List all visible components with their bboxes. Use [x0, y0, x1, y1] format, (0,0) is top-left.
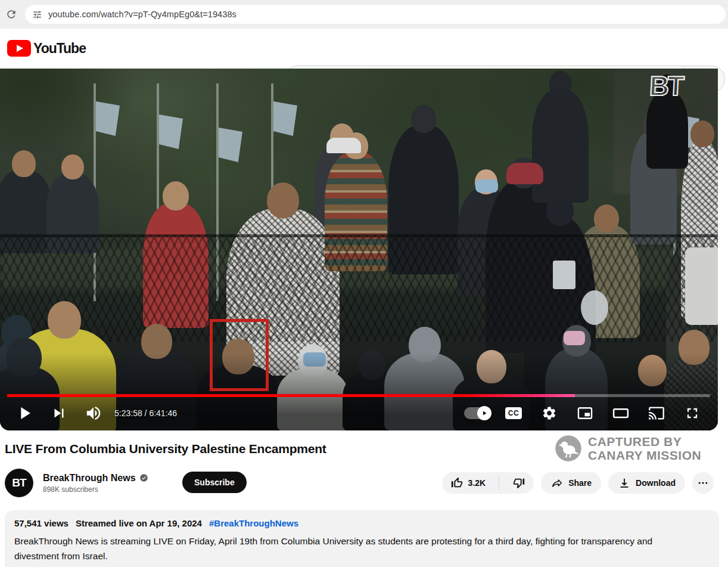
- verified-icon: [139, 473, 148, 482]
- pill-divider: [499, 476, 499, 490]
- theater-icon: [612, 404, 630, 422]
- play-icon: [14, 403, 35, 423]
- url-text: youtube.com/watch?v=pT-Qy4mpEg0&t=19438s: [48, 10, 237, 19]
- person-silhouette: [646, 91, 688, 169]
- like-dislike-pill: 3.2K: [442, 472, 534, 494]
- next-icon: [50, 404, 68, 422]
- captions-button[interactable]: CC: [496, 399, 531, 427]
- download-button[interactable]: Download: [608, 472, 685, 494]
- scene-detail: [475, 179, 498, 193]
- scene-detail: [581, 290, 608, 325]
- youtube-header: YouTube: [0, 29, 728, 69]
- share-label: Share: [568, 478, 592, 488]
- person-silhouette: [532, 89, 589, 203]
- description-body: BreakThrough News is streaming LIVE on F…: [14, 534, 664, 563]
- next-button[interactable]: [42, 399, 76, 427]
- progress-played: [7, 394, 575, 397]
- youtube-play-icon: [7, 40, 31, 57]
- action-bar: 3.2K Share Download: [442, 472, 714, 494]
- volume-icon: [85, 404, 102, 422]
- scene-detail: [553, 261, 575, 289]
- like-button[interactable]: 3.2K: [442, 472, 494, 494]
- cast-button[interactable]: [639, 399, 674, 427]
- site-settings-icon[interactable]: [32, 10, 42, 20]
- download-label: Download: [636, 478, 676, 488]
- like-count: 3.2K: [468, 478, 486, 488]
- play-button[interactable]: [7, 399, 42, 427]
- flag: [219, 128, 242, 162]
- fence: [0, 234, 718, 342]
- channel-meta: BreakThrough News 898K subscribers: [43, 473, 148, 494]
- share-icon: [550, 476, 564, 489]
- progress-bar[interactable]: [7, 394, 710, 397]
- subscriber-count: 898K subscribers: [43, 485, 148, 494]
- youtube-logo-text: YouTube: [33, 41, 86, 57]
- face-highlight-box: [210, 319, 269, 391]
- theater-button[interactable]: [603, 399, 639, 427]
- stream-date: Streamed live on Apr 19, 2024: [76, 518, 202, 528]
- channel-avatar[interactable]: BT: [5, 469, 33, 497]
- video-player[interactable]: BT 5:23:58 / 6:41:46: [0, 69, 718, 430]
- channel-row: BT BreakThrough News 898K subscribers: [5, 469, 148, 497]
- scene-detail: [506, 163, 543, 184]
- time-display: 5:23:58 / 6:41:46: [114, 408, 177, 418]
- youtube-logo[interactable]: YouTube: [7, 40, 86, 57]
- captions-icon: CC: [505, 407, 522, 419]
- captured-by-line2: CANARY MISSION: [588, 448, 701, 462]
- description-stats: 57,541 views Streamed live on Apr 19, 20…: [14, 518, 710, 528]
- miniplayer-button[interactable]: [567, 399, 603, 427]
- channel-video-watermark: BT: [649, 70, 683, 102]
- thumb-down-icon: [512, 476, 525, 489]
- dislike-button[interactable]: [504, 472, 534, 494]
- subscribe-button[interactable]: Subscribe: [182, 472, 247, 493]
- autoplay-toggle-knob: [477, 406, 491, 420]
- flag: [159, 114, 183, 149]
- browser-toolbar: youtube.com/watch?v=pT-Qy4mpEg0&t=19438s: [0, 0, 728, 29]
- autoplay-toggle-track: [464, 407, 491, 419]
- captured-by-line1: CAPTURED BY: [588, 435, 701, 448]
- canary-logo-icon: [555, 435, 582, 462]
- url-bar[interactable]: youtube.com/watch?v=pT-Qy4mpEg0&t=19438s: [25, 5, 726, 24]
- hashtag-link[interactable]: #BreakThroughNews: [209, 518, 298, 528]
- download-icon: [618, 476, 631, 489]
- scene-detail: [564, 331, 585, 345]
- autoplay-toggle[interactable]: [460, 399, 496, 427]
- cast-icon: [648, 405, 665, 422]
- video-title: LIVE From Columbia University Palestine …: [5, 442, 541, 456]
- ellipsis-icon: [697, 477, 709, 489]
- fullscreen-button[interactable]: [674, 399, 710, 427]
- more-actions-button[interactable]: [692, 472, 714, 494]
- view-count: 57,541 views: [14, 518, 69, 528]
- flag: [273, 101, 297, 136]
- miniplayer-icon: [577, 405, 593, 422]
- reload-icon: [5, 8, 17, 20]
- description-card[interactable]: 57,541 views Streamed live on Apr 19, 20…: [5, 510, 719, 567]
- settings-button[interactable]: [531, 399, 567, 427]
- channel-name[interactable]: BreakThrough News: [43, 473, 136, 484]
- page: youtube.com/watch?v=pT-Qy4mpEg0&t=19438s…: [0, 0, 728, 567]
- volume-button[interactable]: [76, 399, 111, 427]
- player-controls: 5:23:58 / 6:41:46 CC: [7, 399, 710, 427]
- flag: [96, 101, 120, 136]
- scene-detail: [685, 247, 718, 325]
- scene-detail: [326, 138, 361, 153]
- gear-icon: [542, 405, 557, 421]
- share-button[interactable]: Share: [541, 472, 601, 494]
- thumb-up-icon: [450, 476, 463, 489]
- reload-button[interactable]: [4, 7, 19, 23]
- canary-watermark: CAPTURED BY CANARY MISSION: [555, 435, 701, 462]
- fullscreen-icon: [684, 405, 701, 422]
